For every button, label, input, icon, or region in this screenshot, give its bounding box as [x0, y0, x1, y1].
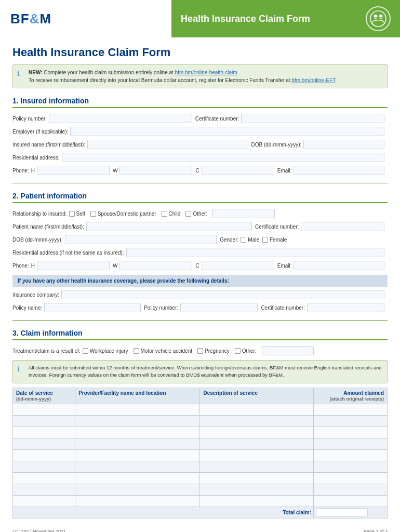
- header-title-bar: Health Insurance Claim Form: [171, 0, 400, 37]
- patient-phone-w-input[interactable]: [119, 261, 192, 270]
- cell-date[interactable]: [13, 438, 75, 449]
- male-checkbox-item[interactable]: Male: [241, 237, 259, 243]
- cell-description[interactable]: [200, 427, 313, 438]
- cell-amount[interactable]: [313, 495, 387, 507]
- cell-date[interactable]: [13, 449, 75, 461]
- total-cell[interactable]: [313, 507, 387, 518]
- cell-provider[interactable]: [75, 484, 200, 495]
- cell-amount[interactable]: [313, 461, 387, 472]
- female-checkbox-item[interactable]: Female: [262, 237, 287, 243]
- insurance-company-input[interactable]: [61, 290, 384, 299]
- child-checkbox[interactable]: [162, 211, 167, 217]
- cell-amount[interactable]: [313, 472, 387, 484]
- cell-description[interactable]: [200, 495, 313, 507]
- patient-email-input[interactable]: [294, 261, 384, 270]
- phone-c-input[interactable]: [202, 166, 274, 175]
- policy-info-row: Policy name: Policy number: Certificate …: [12, 302, 388, 313]
- cell-provider[interactable]: [75, 427, 200, 438]
- residential-address-input[interactable]: [62, 153, 384, 162]
- info-banner: ℹ NEW: Complete your health claim submis…: [12, 64, 388, 88]
- treatment-checkboxes: Workplace injury Motor vehicle accident …: [83, 346, 317, 355]
- email-input[interactable]: [294, 166, 384, 175]
- other-checkbox-item[interactable]: Other:: [185, 211, 207, 217]
- cell-description[interactable]: [200, 404, 313, 415]
- cell-provider[interactable]: [75, 495, 200, 507]
- insured-name-label: Insured name (first/middle/last):: [12, 142, 85, 148]
- cell-provider[interactable]: [75, 415, 200, 427]
- self-checkbox[interactable]: [69, 211, 75, 217]
- cert-number-input2[interactable]: [307, 303, 384, 312]
- patient-phone-h-input[interactable]: [37, 261, 110, 270]
- employer-row: Employer (if applicable):: [12, 126, 388, 137]
- cell-date[interactable]: [13, 472, 75, 484]
- dob-input[interactable]: [303, 140, 384, 149]
- claim-other-input[interactable]: [262, 346, 314, 355]
- cell-description[interactable]: [200, 415, 313, 427]
- claim-other-checkbox-item[interactable]: Other:: [235, 348, 257, 354]
- cell-description[interactable]: [200, 438, 313, 449]
- cell-amount[interactable]: [313, 449, 387, 461]
- patient-address-input[interactable]: [126, 248, 384, 257]
- patient-name-input[interactable]: [86, 222, 252, 231]
- cell-amount[interactable]: [313, 427, 387, 438]
- cert-number-input[interactable]: [241, 114, 384, 123]
- insured-name-input[interactable]: [87, 140, 248, 149]
- cell-date[interactable]: [13, 461, 75, 472]
- cell-provider[interactable]: [75, 461, 200, 472]
- cell-amount[interactable]: [313, 404, 387, 415]
- patient-phone-c-input[interactable]: [202, 261, 274, 270]
- banner-link1[interactable]: bfm.bm/online-health-claim: [175, 70, 237, 75]
- cell-description[interactable]: [200, 449, 313, 461]
- pregnancy-checkbox[interactable]: [197, 348, 203, 354]
- cert-number-label2: Certificate number:: [261, 305, 304, 311]
- table-row: [13, 438, 388, 449]
- relationship-row: Relationship to insured: Self Spouse/Dom…: [12, 208, 388, 219]
- patient-name-label: Patient name (first/middle/last):: [12, 224, 84, 230]
- cell-provider[interactable]: [75, 404, 200, 415]
- phone-h-input[interactable]: [37, 166, 110, 175]
- cell-provider[interactable]: [75, 472, 200, 484]
- cell-provider[interactable]: [75, 449, 200, 461]
- patient-dob-input[interactable]: [65, 235, 217, 244]
- male-checkbox[interactable]: [241, 237, 246, 243]
- cell-description[interactable]: [200, 472, 313, 484]
- col4-header: Amount claimed (attach original receipts…: [313, 388, 387, 404]
- policy-name-input[interactable]: [44, 303, 141, 312]
- info-icon: ℹ: [17, 69, 20, 79]
- banner-link2[interactable]: bfm.bm/online-EFT: [291, 77, 335, 83]
- policy-number-input2[interactable]: [180, 303, 258, 312]
- phone-w-input[interactable]: [119, 166, 192, 175]
- total-input[interactable]: [316, 508, 368, 516]
- cell-amount[interactable]: [313, 484, 387, 495]
- other-checkbox[interactable]: [185, 211, 191, 217]
- other-input[interactable]: [212, 209, 275, 218]
- motor-checkbox[interactable]: [134, 348, 139, 354]
- self-checkbox-item[interactable]: Self: [69, 211, 85, 217]
- footer-left: LCL202 / November 2021: [12, 529, 66, 533]
- workplace-checkbox-item[interactable]: Workplace injury: [83, 348, 128, 354]
- pregnancy-checkbox-item[interactable]: Pregnancy: [197, 348, 230, 354]
- cell-date[interactable]: [13, 484, 75, 495]
- cell-date[interactable]: [13, 427, 75, 438]
- cell-date[interactable]: [13, 415, 75, 427]
- policy-number-input[interactable]: [49, 114, 192, 123]
- cell-description[interactable]: [200, 461, 313, 472]
- result-label: Treatment/claim is a result of:: [12, 348, 81, 354]
- spouse-checkbox[interactable]: [90, 211, 96, 217]
- motor-label: Motor vehicle accident: [141, 348, 193, 354]
- employer-input[interactable]: [70, 127, 384, 136]
- cell-date[interactable]: [13, 495, 75, 507]
- workplace-checkbox[interactable]: [83, 348, 88, 354]
- patient-cert-input[interactable]: [301, 222, 384, 231]
- table-row: [13, 415, 388, 427]
- spouse-checkbox-item[interactable]: Spouse/Domestic partner: [90, 211, 156, 217]
- claim-other-checkbox[interactable]: [235, 348, 241, 354]
- cell-amount[interactable]: [313, 415, 387, 427]
- cell-date[interactable]: [13, 404, 75, 415]
- female-checkbox[interactable]: [262, 237, 268, 243]
- motor-checkbox-item[interactable]: Motor vehicle accident: [134, 348, 193, 354]
- cell-description[interactable]: [200, 484, 313, 495]
- cell-provider[interactable]: [75, 438, 200, 449]
- cell-amount[interactable]: [313, 438, 387, 449]
- child-checkbox-item[interactable]: Child: [162, 211, 181, 217]
